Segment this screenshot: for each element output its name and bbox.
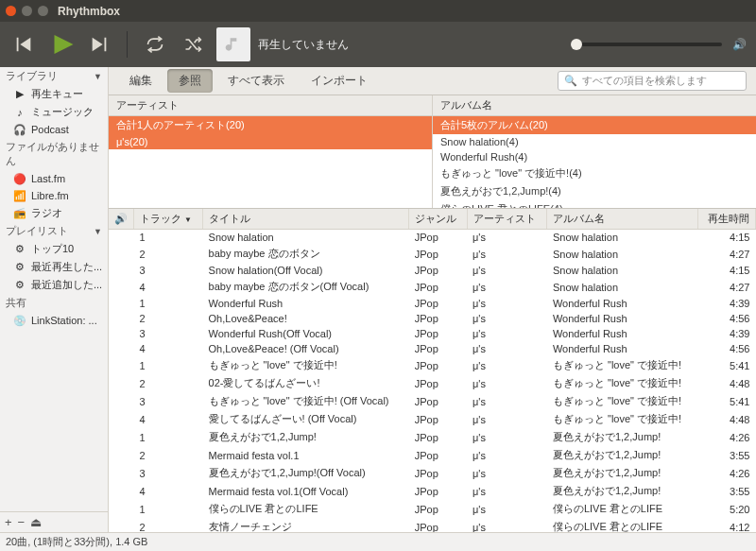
browser-row[interactable]: 合計1人のアーティスト(20)	[109, 116, 432, 134]
album-art-icon	[216, 27, 250, 61]
track-row[interactable]: 2baby maybe 恋のボタンJPopμ'sSnow halation4:2…	[109, 245, 756, 263]
shuffle-button[interactable]	[179, 30, 207, 59]
window-title: Rhythmbox	[58, 5, 120, 18]
track-row[interactable]: 1Wonderful RushJPopμ'sWonderful Rush4:39	[109, 296, 756, 311]
browser-row[interactable]: Wonderful Rush(4)	[433, 149, 756, 164]
track-row[interactable]: 4baby maybe 恋のボタン(Off Vocal)JPopμ'sSnow …	[109, 278, 756, 296]
sidebar-item-label: ミュージック	[31, 105, 94, 119]
sidebar-item[interactable]: ⚙最近追加した...	[0, 276, 108, 294]
sidebar-item-label: Last.fm	[31, 173, 65, 184]
sidebar-item[interactable]: 🔴Last.fm	[0, 170, 108, 187]
track-row[interactable]: 4Mermaid festa vol.1(Off Vocal)JPopμ's夏色…	[109, 482, 756, 500]
sidebar-footer: + − ⏏	[0, 511, 108, 532]
sidebar-item-label: Podcast	[31, 124, 69, 135]
playlist-eject-button[interactable]: ⏏	[30, 515, 42, 529]
column-time[interactable]: 再生時間	[697, 209, 755, 230]
sidebar-item[interactable]: 📶Libre.fm	[0, 187, 108, 204]
column-track[interactable]: トラック ▼	[134, 209, 203, 230]
track-row[interactable]: 4Oh,Love&Peace! (Off Vocal)JPopμ'sWonder…	[109, 341, 756, 356]
column-album[interactable]: アルバム名	[547, 209, 697, 230]
sidebar: ライブラリ▼▶再生キュー♪ミュージック🎧Podcastファイルがありません🔴La…	[0, 67, 109, 532]
track-row[interactable]: 1Snow halationJPopμ'sSnow halation4:15	[109, 230, 756, 246]
browser-row[interactable]: 合計5枚のアルバム(20)	[433, 116, 756, 134]
track-row[interactable]: 1僕らのLIVE 君とのLIFEJPopμ's僕らのLIVE 君とのLIFE5:…	[109, 500, 756, 518]
album-column-header[interactable]: アルバム名	[433, 95, 756, 116]
playlist-add-button[interactable]: +	[5, 515, 12, 529]
sidebar-item-icon: 🔴	[13, 172, 26, 185]
sidebar-item-icon: ⚙	[13, 243, 26, 256]
sort-asc-icon: ▼	[184, 215, 192, 224]
status-bar: 20曲, (1時間と33分間), 1.4 GB	[0, 532, 756, 551]
playlist-remove-button[interactable]: −	[18, 515, 26, 529]
browser-row[interactable]: もぎゅっと "love" で接近中!(4)	[433, 164, 756, 182]
browse-button[interactable]: 参照	[167, 69, 213, 93]
track-list[interactable]: 🔊 トラック ▼ タイトル ジャンル アーティスト アルバム名 再生時間 1Sn…	[109, 209, 756, 532]
sidebar-section[interactable]: ファイルがありません	[0, 138, 108, 170]
show-all-button[interactable]: すべて表示	[216, 69, 296, 93]
next-button[interactable]	[85, 30, 113, 59]
track-row[interactable]: 1夏色えがおで1,2,Jump!JPopμ's夏色えがおで1,2,Jump!4:…	[109, 428, 756, 446]
track-row[interactable]: 3Wonderful Rush(Off Vocal)JPopμ'sWonderf…	[109, 326, 756, 341]
library-toolbar: 編集 参照 すべて表示 インポート 🔍 すべての項目を検索します	[109, 67, 756, 95]
column-artist[interactable]: アーティスト	[467, 209, 547, 230]
chevron-down-icon: ▼	[94, 72, 102, 81]
previous-button[interactable]	[9, 30, 38, 59]
edit-button[interactable]: 編集	[118, 69, 163, 93]
sidebar-item[interactable]: 📻ラジオ	[0, 204, 108, 222]
artist-column: アーティスト 合計1人のアーティスト(20)μ's(20)	[109, 95, 433, 208]
sidebar-item-icon: 💿	[13, 314, 26, 327]
sidebar-item-icon: ♪	[13, 106, 26, 119]
track-row[interactable]: 3夏色えがおで1,2,Jump!(Off Vocal)JPopμ's夏色えがおで…	[109, 464, 756, 482]
browser-row[interactable]: 僕らのLIVE 君とのLIFE(4)	[433, 200, 756, 208]
play-button[interactable]	[47, 30, 76, 59]
search-placeholder: すべての項目を検索します	[582, 74, 707, 88]
browser-row[interactable]: μ's(20)	[109, 134, 432, 149]
track-row[interactable]: 1もぎゅっと "love" で接近中!JPopμ'sもぎゅっと "love" で…	[109, 356, 756, 374]
browser-row[interactable]: 夏色えがおで1,2,Jump!(4)	[433, 182, 756, 200]
album-column: アルバム名 合計5枚のアルバム(20)Snow halation(4)Wonde…	[433, 95, 756, 208]
sidebar-item[interactable]: ▶再生キュー	[0, 85, 108, 103]
track-row[interactable]: 2Oh,Love&Peace!JPopμ'sWonderful Rush4:56	[109, 311, 756, 326]
track-row[interactable]: 3もぎゅっと "love" で接近中! (Off Vocal)JPopμ'sもぎ…	[109, 392, 756, 410]
window-close-button[interactable]	[6, 6, 16, 16]
sidebar-item[interactable]: 💿LinkStation: ...	[0, 312, 108, 329]
import-button[interactable]: インポート	[300, 69, 379, 93]
track-row[interactable]: 202-愛してるばんざーい!JPopμ'sもぎゅっと "love" で接近中!4…	[109, 374, 756, 392]
sidebar-item-icon: 📶	[13, 189, 26, 202]
sidebar-item[interactable]: 🎧Podcast	[0, 121, 108, 138]
sidebar-item[interactable]: ♪ミュージック	[0, 103, 108, 121]
browser-row[interactable]: Snow halation(4)	[433, 134, 756, 149]
sidebar-item-icon: ⚙	[13, 261, 26, 274]
track-row[interactable]: 2Mermaid festa vol.1JPopμ's夏色えがおで1,2,Jum…	[109, 446, 756, 464]
now-playing-text: 再生していません	[258, 37, 349, 53]
track-row[interactable]: 4愛してるばんざーい! (Off Vocal)JPopμ'sもぎゅっと "lov…	[109, 410, 756, 428]
search-input[interactable]: 🔍 すべての項目を検索します	[558, 71, 747, 91]
sidebar-item[interactable]: ⚙最近再生した...	[0, 258, 108, 276]
sidebar-item-label: Libre.fm	[31, 190, 69, 201]
column-genre[interactable]: ジャンル	[409, 209, 467, 230]
volume-slider[interactable]	[571, 43, 722, 46]
artist-column-header[interactable]: アーティスト	[109, 95, 432, 116]
sidebar-section[interactable]: ライブラリ▼	[0, 67, 108, 85]
sidebar-section[interactable]: 共有	[0, 294, 108, 312]
repeat-button[interactable]	[141, 30, 169, 59]
column-playing[interactable]: 🔊	[109, 209, 134, 230]
column-title[interactable]: タイトル	[203, 209, 409, 230]
sidebar-item-label: 再生キュー	[31, 87, 83, 101]
sidebar-section[interactable]: プレイリスト▼	[0, 222, 108, 240]
sidebar-item-label: LinkStation: ...	[31, 315, 97, 326]
track-row[interactable]: 2友情ノーチェンジJPopμ's僕らのLIVE 君とのLIFE4:12	[109, 518, 756, 532]
chevron-down-icon: ▼	[94, 227, 102, 236]
main-toolbar: 再生していません 🔊	[0, 22, 756, 67]
track-row[interactable]: 3Snow halation(Off Vocal)JPopμ'sSnow hal…	[109, 263, 756, 278]
sidebar-item-icon: ⚙	[13, 279, 26, 292]
speaker-icon[interactable]: 🔊	[731, 38, 747, 51]
sidebar-item-label: 最近追加した...	[31, 278, 102, 292]
sidebar-item-icon: ▶	[13, 88, 26, 101]
sidebar-item[interactable]: ⚙トップ10	[0, 240, 108, 258]
window-minimize-button[interactable]	[22, 6, 32, 16]
search-icon: 🔍	[564, 75, 577, 87]
window-maximize-button[interactable]	[38, 6, 48, 16]
sidebar-item-icon: 📻	[13, 207, 26, 220]
sidebar-item-icon: 🎧	[13, 123, 26, 136]
